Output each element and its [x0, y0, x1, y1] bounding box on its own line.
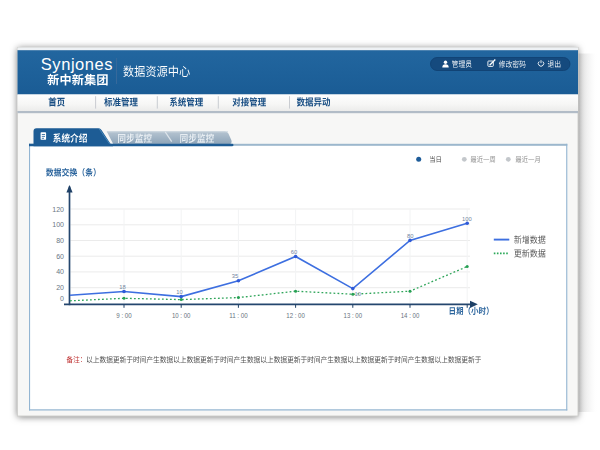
svg-text:10: 10 — [176, 289, 182, 295]
svg-text:18: 18 — [119, 284, 125, 290]
svg-text:20: 20 — [56, 284, 64, 291]
svg-text:35: 35 — [232, 273, 238, 279]
svg-text:9 : 00: 9 : 00 — [116, 311, 132, 320]
svg-text:80: 80 — [56, 237, 64, 244]
svg-text:120: 120 — [52, 206, 64, 213]
svg-text:11 : 00: 11 : 00 — [229, 311, 248, 320]
svg-text:100: 100 — [52, 221, 64, 228]
svg-text:Synjones: Synjones — [41, 55, 113, 73]
svg-text:60: 60 — [291, 249, 297, 255]
svg-text:13 : 00: 13 : 00 — [344, 311, 363, 320]
svg-text:0: 0 — [60, 295, 64, 302]
svg-text:40: 40 — [56, 268, 64, 275]
svg-text:12 : 00: 12 : 00 — [286, 311, 305, 320]
svg-text:10 : 00: 10 : 00 — [172, 311, 191, 320]
svg-text:80: 80 — [407, 233, 413, 239]
svg-text:60: 60 — [56, 253, 64, 260]
svg-text:10: 10 — [355, 291, 361, 297]
svg-text:100: 100 — [462, 216, 472, 222]
svg-text:14 : 00: 14 : 00 — [401, 311, 420, 320]
